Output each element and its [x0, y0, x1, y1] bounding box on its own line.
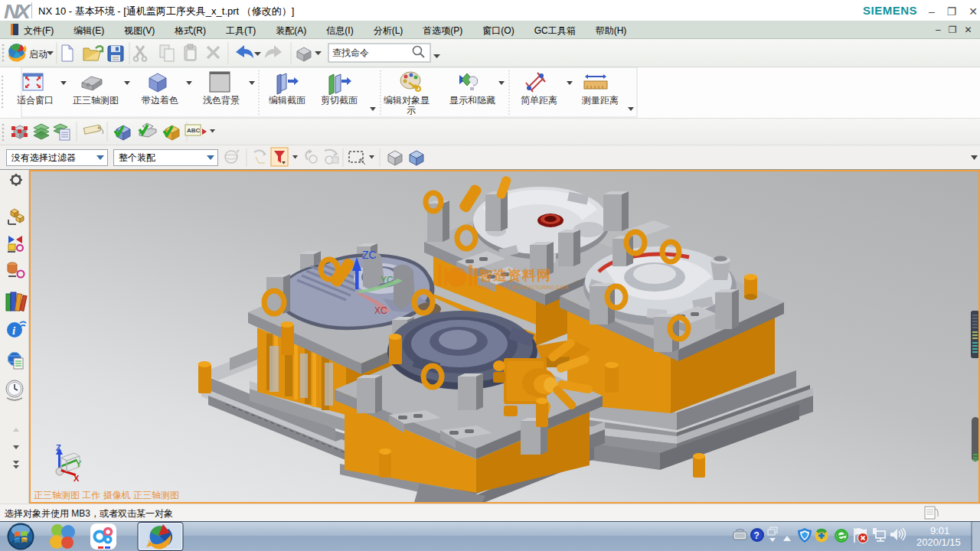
svg-text:查找命令: 查找命令 [332, 47, 369, 58]
svg-text:剪切截面: 剪切截面 [321, 95, 358, 106]
svg-text:智造资料网: 智造资料网 [478, 268, 551, 283]
svg-text:示: 示 [407, 105, 416, 116]
svg-text:编辑对象显: 编辑对象显 [384, 95, 430, 106]
svg-text:简单距离: 简单距离 [521, 95, 557, 106]
svg-text:XC: XC [374, 305, 387, 316]
svg-text:测量距离: 测量距离 [581, 95, 619, 106]
svg-text:正三轴测图 工作 摄像机 正三轴测图: 正三轴测图 工作 摄像机 正三轴测图 [34, 490, 179, 500]
svg-text:Z: Z [56, 443, 61, 452]
svg-text:9:01: 9:01 [930, 525, 949, 536]
svg-text:带边着色: 带边着色 [142, 95, 178, 106]
svg-text:ZC: ZC [362, 249, 377, 261]
svg-text:适合窗口: 适合窗口 [17, 95, 54, 106]
svg-text:X: X [74, 474, 80, 483]
svg-text:浅色背景: 浅色背景 [203, 95, 240, 106]
svg-text:ABC: ABC [187, 127, 201, 134]
svg-text:编辑截面: 编辑截面 [269, 95, 305, 106]
svg-text:?: ? [754, 530, 760, 541]
svg-text:正三轴测图: 正三轴测图 [73, 95, 119, 106]
svg-text:启动: 启动 [29, 49, 47, 60]
svg-text:2020/1/15: 2020/1/15 [916, 536, 961, 548]
svg-text:显示和隐藏: 显示和隐藏 [449, 95, 495, 106]
svg-text:INTELLIGENT MANUFACTURING DATA: INTELLIGENT MANUFACTURING DATA [478, 285, 569, 290]
